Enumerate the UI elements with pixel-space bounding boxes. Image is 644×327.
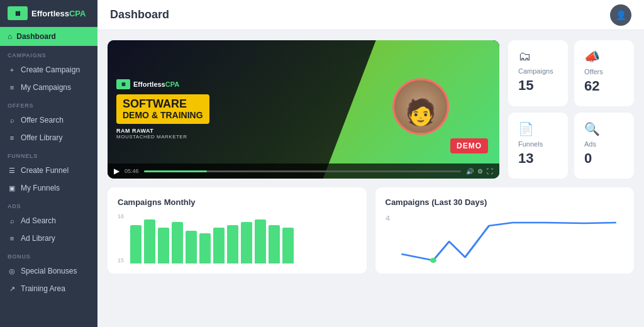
svg-point-1 (430, 258, 436, 263)
bar-item (130, 225, 142, 263)
section-offers: OFFERS (0, 96, 97, 111)
stat-card-funnels: 📄 Funnels 13 (508, 113, 568, 179)
video-subtitle1: RAM RAWAT (116, 128, 209, 134)
bar-item (241, 222, 252, 263)
logo-text: EffortlessCPA (31, 9, 86, 18)
video-title-line1: SOFTWARE (123, 98, 203, 111)
header: Dashboard 👤 (97, 0, 644, 30)
ads-icon: 🔍 (584, 121, 600, 136)
chart-campaigns-monthly: Campaigns Monthly 16 15 (108, 187, 367, 274)
offers-icon: 📣 (584, 49, 600, 64)
bar-item (158, 228, 169, 263)
video-time: 05:46 (125, 168, 139, 174)
bar-item (227, 225, 238, 263)
video-card[interactable]: ▦ EffortlessCPA SOFTWARE DEMO & TRAINING… (108, 40, 499, 179)
sidebar-item-offer-library[interactable]: ≡ Offer Library (0, 129, 97, 147)
video-person-circle: 🧑 (392, 79, 449, 135)
campaigns-icon: 🗂 (518, 49, 531, 64)
play-icon[interactable]: ▶ (114, 167, 119, 175)
volume-icon[interactable]: 🔊 (466, 168, 474, 175)
stat-card-offers: 📣 Offers 62 (574, 40, 634, 106)
search-icon: ⌕ (8, 116, 16, 124)
video-logo-icon: ▦ (116, 79, 130, 89)
offers-value: 62 (584, 78, 599, 94)
bar-item (144, 219, 155, 263)
sidebar-item-offer-search[interactable]: ⌕ Offer Search (0, 111, 97, 129)
list-icon: ≡ (8, 84, 16, 91)
section-funnels: FUNNELS (0, 147, 97, 162)
bar-item (213, 228, 225, 263)
sidebar-item-ad-search[interactable]: ⌕ Ad Search (0, 212, 97, 230)
video-title-box: SOFTWARE DEMO & TRAINING (116, 94, 209, 124)
star-icon: ◎ (8, 267, 16, 275)
top-row: ▦ EffortlessCPA SOFTWARE DEMO & TRAINING… (108, 40, 634, 179)
stats-grid: 🗂 Campaigns 15 📣 Offers 62 📄 Funnels 13 … (508, 40, 634, 179)
video-logo: ▦ EffortlessCPA (116, 79, 209, 89)
y-label-16: 16 (118, 213, 124, 219)
ads-label: Ads (584, 140, 596, 148)
svg-text:4: 4 (386, 215, 390, 222)
sidebar-item-training-area[interactable]: ↗ Training Area (0, 280, 97, 297)
bar-item (172, 222, 183, 263)
page-title: Dashboard (110, 8, 169, 21)
campaigns-value: 15 (518, 77, 533, 94)
line-chart-svg: 4 (386, 213, 625, 263)
sidebar-item-dashboard[interactable]: ⌂ Dashboard (0, 27, 97, 46)
fullscreen-icon[interactable]: ⛶ (487, 168, 493, 175)
offers-label: Offers (584, 68, 603, 75)
chart-monthly-title: Campaigns Monthly (118, 197, 357, 207)
y-label-15: 15 (118, 257, 124, 263)
sidebar-item-create-funnel[interactable]: ☰ Create Funnel (0, 162, 97, 179)
sidebar-item-my-campaigns[interactable]: ≡ My Campaigns (0, 79, 97, 96)
video-progress-bar[interactable] (144, 170, 461, 172)
video-control-icons: 🔊 ⚙ ⛶ (466, 168, 493, 175)
section-campaigns: CAMPAIGNS (0, 46, 97, 61)
bar-item (255, 219, 266, 263)
stat-card-ads: 🔍 Ads 0 (574, 113, 634, 179)
sidebar-item-create-campaign[interactable]: + Create Campaign (0, 61, 97, 79)
video-subtitle2: MOUSTACHED MARKETER (116, 134, 209, 140)
logo[interactable]: ▦ EffortlessCPA (0, 0, 97, 27)
settings-icon[interactable]: ⚙ (477, 168, 483, 175)
main-content: Dashboard 👤 ▦ EffortlessCPA (97, 0, 644, 327)
chart-campaigns-30days: Campaigns (Last 30 Days) 4 (375, 187, 635, 274)
chart-30days-area: 4 (386, 213, 625, 263)
demo-badge: DEMO (450, 138, 488, 153)
chart-30days-title: Campaigns (Last 30 Days) (386, 197, 625, 207)
chart-icon: ↗ (8, 285, 16, 293)
ads-value: 0 (584, 150, 592, 167)
video-logo-text: EffortlessCPA (133, 80, 179, 88)
funnels-value: 13 (518, 150, 533, 167)
funnel-icon: ☰ (8, 167, 16, 175)
avatar[interactable]: 👤 (610, 4, 631, 26)
sidebar-item-ad-library[interactable]: ≡ Ad Library (0, 230, 97, 247)
search-icon-2: ⌕ (8, 217, 16, 224)
sidebar-item-special-bonuses[interactable]: ◎ Special Bonuses (0, 262, 97, 280)
plus-icon: + (8, 66, 16, 74)
list-icon-2: ≡ (8, 235, 16, 242)
bar-item (269, 225, 280, 263)
bar-item (199, 233, 211, 263)
grid-icon: ▣ (8, 184, 16, 192)
campaigns-label: Campaigns (518, 67, 553, 75)
stat-card-campaigns: 🗂 Campaigns 15 (508, 40, 568, 106)
section-ads: ADS (0, 197, 97, 212)
video-progress-fill (144, 170, 208, 172)
library-icon: ≡ (8, 134, 16, 141)
bar-item (282, 228, 294, 263)
bottom-row: Campaigns Monthly 16 15 Campaigns ( (108, 187, 634, 274)
video-title-line2: DEMO & TRAINING (123, 111, 203, 120)
video-text-content: ▦ EffortlessCPA SOFTWARE DEMO & TRAINING… (116, 79, 209, 140)
dashboard-icon: ⌂ (8, 32, 12, 41)
chart-monthly-area: 16 15 (118, 213, 357, 263)
funnels-icon: 📄 (518, 121, 534, 136)
logo-icon: ▦ (8, 6, 28, 20)
bar-chart (118, 213, 357, 263)
content-area: ▦ EffortlessCPA SOFTWARE DEMO & TRAINING… (97, 30, 644, 327)
sidebar: ▦ EffortlessCPA ⌂ Dashboard CAMPAIGNS + … (0, 0, 97, 327)
funnels-label: Funnels (518, 140, 543, 148)
bar-item (186, 231, 197, 264)
sidebar-item-my-funnels[interactable]: ▣ My Funnels (0, 179, 97, 197)
person-silhouette-icon: 🧑 (405, 97, 436, 126)
section-bonus: BONUS (0, 247, 97, 262)
